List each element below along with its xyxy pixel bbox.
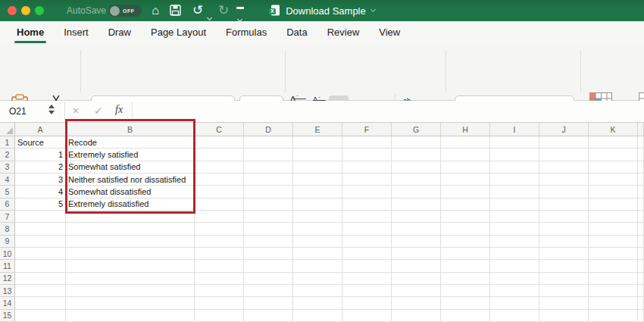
cell-K3[interactable] xyxy=(589,161,638,174)
cell-F12[interactable] xyxy=(342,273,392,285)
cell-C6[interactable] xyxy=(195,199,244,211)
column-header-B[interactable]: B xyxy=(66,123,195,136)
cell-B11[interactable] xyxy=(66,260,195,272)
tab-page-layout[interactable]: Page Layout xyxy=(141,22,216,44)
row-header-5[interactable]: 5 xyxy=(0,186,15,198)
cell-J14[interactable] xyxy=(539,297,589,309)
cell-E12[interactable] xyxy=(293,273,342,285)
cell-A3[interactable]: 2 xyxy=(15,161,66,174)
cell-F14[interactable] xyxy=(342,297,392,309)
cell-D11[interactable] xyxy=(244,260,293,272)
cell-D7[interactable] xyxy=(244,211,293,223)
cell-G12[interactable] xyxy=(392,273,441,285)
cell-G4[interactable] xyxy=(392,174,441,186)
cell-A1[interactable]: Source xyxy=(15,136,66,148)
cell-J4[interactable] xyxy=(539,174,589,186)
cell-H14[interactable] xyxy=(441,297,490,309)
cell-I2[interactable] xyxy=(490,148,539,161)
row-header-1[interactable]: 1 xyxy=(0,136,15,148)
column-header-D[interactable]: D xyxy=(244,123,293,136)
cell-F15[interactable] xyxy=(342,310,392,322)
cell-L14[interactable] xyxy=(638,297,644,309)
cell-E10[interactable] xyxy=(293,248,342,260)
row-header-12[interactable]: 12 xyxy=(0,273,15,285)
cell-G11[interactable] xyxy=(392,260,441,272)
cell-G8[interactable] xyxy=(392,223,441,235)
cell-I3[interactable] xyxy=(490,161,539,174)
autosave-toggle[interactable]: OFF xyxy=(108,5,142,17)
cell-K8[interactable] xyxy=(589,223,638,235)
cell-D8[interactable] xyxy=(244,223,293,235)
cancel-icon[interactable]: × xyxy=(73,105,79,117)
cell-L8[interactable] xyxy=(638,223,644,235)
cell-J13[interactable] xyxy=(539,285,589,297)
cell-B2[interactable]: Extremely satisfied xyxy=(66,148,195,161)
cell-I15[interactable] xyxy=(490,310,539,322)
cell-C1[interactable] xyxy=(195,136,244,148)
row-header-13[interactable]: 13 xyxy=(0,285,15,297)
cell-E8[interactable] xyxy=(293,223,342,235)
cell-B9[interactable] xyxy=(66,236,195,248)
column-header-J[interactable]: J xyxy=(539,123,589,136)
cell-J12[interactable] xyxy=(539,273,589,285)
cell-C2[interactable] xyxy=(195,148,244,161)
cell-G15[interactable] xyxy=(392,310,441,322)
ribbon-display-options-icon[interactable] xyxy=(236,6,245,15)
cell-H8[interactable] xyxy=(441,223,490,235)
minimize-window-button[interactable] xyxy=(21,6,30,15)
cell-A9[interactable] xyxy=(15,236,66,248)
cell-C11[interactable] xyxy=(195,260,244,272)
column-header-E[interactable]: E xyxy=(293,123,342,136)
cell-K13[interactable] xyxy=(589,285,638,297)
cell-F6[interactable] xyxy=(342,199,392,211)
cell-H2[interactable] xyxy=(441,148,490,161)
cell-A13[interactable] xyxy=(15,285,66,297)
cell-C9[interactable] xyxy=(195,236,244,248)
cell-H11[interactable] xyxy=(441,260,490,272)
cell-B4[interactable]: Neither satisfied nor dissatisfied xyxy=(66,174,195,186)
cell-A14[interactable] xyxy=(15,297,66,309)
cell-F11[interactable] xyxy=(342,260,392,272)
cell-D2[interactable] xyxy=(244,148,293,161)
cell-A6[interactable]: 5 xyxy=(15,199,66,211)
cell-K14[interactable] xyxy=(589,297,638,309)
cell-F5[interactable] xyxy=(342,186,392,198)
cell-F3[interactable] xyxy=(342,161,392,174)
cell-A8[interactable] xyxy=(15,223,66,235)
cell-L12[interactable] xyxy=(638,273,644,285)
cell-B6[interactable]: Extremely dissatisfied xyxy=(66,199,195,211)
column-header-C[interactable]: C xyxy=(195,123,244,136)
cell-K6[interactable] xyxy=(589,199,638,211)
cell-L15[interactable] xyxy=(638,310,644,322)
cell-I11[interactable] xyxy=(490,260,539,272)
cell-H5[interactable] xyxy=(441,186,490,198)
row-header-2[interactable]: 2 xyxy=(0,148,15,161)
cell-E11[interactable] xyxy=(293,260,342,272)
cell-I7[interactable] xyxy=(490,211,539,223)
tab-insert[interactable]: Insert xyxy=(54,22,98,44)
row-header-15[interactable]: 15 xyxy=(0,310,15,322)
cell-L13[interactable] xyxy=(638,285,644,297)
cell-D1[interactable] xyxy=(244,136,293,148)
cell-C10[interactable] xyxy=(195,248,244,260)
cell-K11[interactable] xyxy=(589,260,638,272)
row-header-14[interactable]: 14 xyxy=(0,297,15,309)
cell-H9[interactable] xyxy=(441,236,490,248)
cell-I13[interactable] xyxy=(490,285,539,297)
cell-B14[interactable] xyxy=(66,297,195,309)
cell-A7[interactable] xyxy=(15,211,66,223)
cell-E4[interactable] xyxy=(293,174,342,186)
cell-G1[interactable] xyxy=(392,136,441,148)
cell-B5[interactable]: Somewhat dissatisfied xyxy=(66,186,195,198)
row-header-10[interactable]: 10 xyxy=(0,248,15,260)
cell-K10[interactable] xyxy=(589,248,638,260)
undo-menu-chevron-icon[interactable] xyxy=(208,9,214,15)
cell-C8[interactable] xyxy=(195,223,244,235)
cell-B12[interactable] xyxy=(66,273,195,285)
cell-J3[interactable] xyxy=(539,161,589,174)
formula-input[interactable] xyxy=(135,101,642,122)
cell-E14[interactable] xyxy=(293,297,342,309)
cell-G9[interactable] xyxy=(392,236,441,248)
tab-home[interactable]: Home xyxy=(7,22,54,44)
cell-J6[interactable] xyxy=(539,199,589,211)
